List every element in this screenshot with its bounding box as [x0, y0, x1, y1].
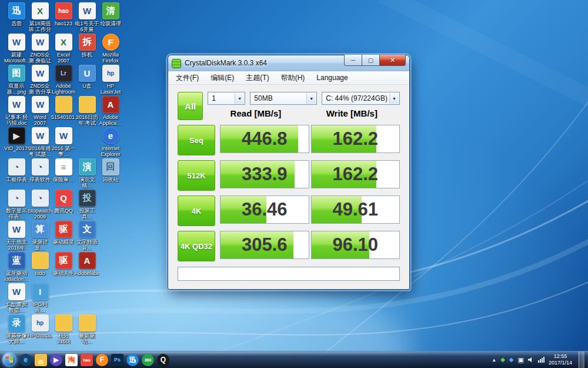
tray-expand-icon[interactable]: ▲ [492, 357, 496, 363]
desktop-icon[interactable]: ◔ 工银停表 [5, 158, 28, 183]
maximize-button[interactable]: ▢ [362, 55, 379, 66]
window-controls: ─ ▢ ✕ [344, 55, 406, 66]
test-button[interactable]: 4K QD32 [178, 231, 215, 261]
desktop-icon-label: 拆机 [75, 52, 99, 58]
title-bar[interactable]: CrystalDiskMark 3.0.3 x64 ─ ▢ ✕ [168, 55, 409, 71]
desktop-icon-glyph: W [79, 2, 96, 19]
desktop-icon[interactable]: W 新建 Microsoft… [5, 34, 28, 64]
desktop-icon[interactable]: hp HP LaserJet Pro M706… [99, 65, 122, 95]
desktop-icon[interactable]: 算 录屏计算… [28, 221, 52, 251]
desktop-icon-label: HPShotput… [28, 333, 52, 339]
desktop-icon[interactable]: 51540101… [52, 96, 75, 120]
desktop-icon[interactable]: W Word 2007 [28, 96, 52, 126]
read-result-value: 305.6 [242, 234, 288, 256]
desktop-icon[interactable]: A Adobelabe… [75, 252, 99, 276]
desktop-icon[interactable]: ◔ 数字显示 停表… [5, 190, 28, 220]
internet-explorer-taskbar-icon[interactable]: e [19, 354, 32, 366]
desktop-icon-label: 驱动人生 [51, 270, 76, 276]
desktop-icon[interactable]: 回 回收站 [99, 158, 122, 183]
show-desktop-button[interactable] [579, 352, 584, 368]
desktop-icon[interactable]: W 记事本 轻巧招.doc [5, 96, 28, 126]
monitor-icon[interactable]: ▣ [518, 357, 524, 363]
desktop-icon[interactable]: 投 投屏工具… [75, 190, 99, 220]
firefox-taskbar-icon[interactable]: F [96, 354, 108, 366]
desktop-icon[interactable]: 清 垃圾清理 [99, 2, 122, 26]
desktop-icon[interactable]: 拆 拆机 [75, 34, 99, 58]
desktop-icon[interactable]: W 电1号关于 6开展201… [75, 2, 99, 33]
network-icon[interactable] [538, 357, 544, 363]
desktop-icon-glyph: 驱 [55, 221, 72, 238]
desktop-icon[interactable]: hao hao123 [52, 2, 75, 26]
desktop-icon[interactable]: 最新驱动… [75, 314, 99, 344]
desktop-icon-glyph: 算 [32, 221, 49, 238]
close-button[interactable]: ✕ [379, 55, 406, 66]
volume-icon[interactable] [528, 357, 534, 363]
menu-help[interactable]: 帮助(H) [279, 72, 307, 84]
media-player-taskbar-icon[interactable]: ▶ [50, 354, 62, 366]
360-browser-taskbar-icon[interactable]: 360 [142, 354, 154, 366]
desktop-icon[interactable]: 迅 迅雷 [5, 2, 28, 26]
desktop-icon[interactable]: todo [28, 252, 52, 276]
desktop-icon[interactable]: 演 演示文稿… [75, 158, 99, 188]
minimize-button[interactable]: ─ [344, 55, 362, 66]
desktop-icon[interactable]: W 'E盘'量房 数据… [5, 283, 28, 313]
desktop-icon[interactable]: 积分 2x60j [52, 314, 75, 344]
test-count-dropdown[interactable]: 1 ▼ [208, 92, 245, 105]
desktop: 迅 迅雷 X 第18周值班 工作分工… hao hao123 W 电1号关于 6… [0, 0, 588, 368]
start-button[interactable] [2, 353, 16, 367]
menu-theme[interactable]: 主题(T) [244, 72, 270, 84]
write-result-value: 162.2 [332, 164, 378, 185]
benchmark-row: 4K 36.46 49.61 [178, 195, 400, 226]
test-button[interactable]: 512K [178, 160, 215, 191]
desktop-icon[interactable]: ▶ VID_20170… [5, 127, 28, 151]
desktop-icon[interactable]: ◔ 停表软件 [28, 158, 52, 183]
desktop-icon[interactable]: 2016日历年 考试 [75, 96, 99, 126]
run-all-button[interactable]: All [178, 92, 203, 120]
desktop-icon[interactable]: W 2016 第一季… [52, 127, 75, 157]
desktop-icon[interactable]: 蓝 蓝牙驱动 lodaclon… [5, 252, 28, 282]
photoshop-taskbar-icon[interactable]: Ps [111, 354, 123, 366]
desktop-icon[interactable]: W ZNDS众测 告分享登记… [28, 65, 52, 95]
read-result-cell: 36.46 [220, 195, 309, 224]
desktop-icon[interactable]: Lr Adobe Lightroom [52, 65, 75, 95]
clock[interactable]: 12:55 2017/1/14 [549, 353, 572, 366]
taobao-taskbar-icon[interactable]: 淘 [65, 354, 78, 366]
tray-app-icon[interactable]: ◆ [500, 357, 505, 363]
desktop-icon[interactable]: hp HPShotput… [28, 314, 52, 339]
menu-file[interactable]: 文件(F) [174, 72, 201, 84]
test-button[interactable]: 4K [178, 195, 215, 226]
desktop-icon[interactable]: W 2016年终考 试题… [28, 127, 52, 157]
desktop-icon[interactable]: W ZNDS众测 身临让营… [28, 34, 52, 64]
tray-app-icon[interactable]: ◆ [509, 357, 514, 363]
test-size-dropdown[interactable]: 50MB ▼ [250, 92, 317, 105]
menu-language[interactable]: Language [315, 73, 349, 82]
desktop-icon[interactable]: e Internet Explorer [99, 127, 122, 157]
desktop-icon[interactable]: 驱 驱动精灵 [52, 221, 75, 245]
desktop-icon[interactable]: 录 屏幕录像 大师… [5, 314, 28, 344]
qq-taskbar-icon[interactable]: Q [157, 354, 169, 366]
desktop-icon[interactable]: 文 文字转语音… [75, 221, 99, 251]
desktop-icon-label: 2016 第一季… [51, 145, 76, 157]
explorer-folder-taskbar-icon[interactable]: ▄ [35, 354, 47, 366]
comment-input[interactable] [178, 267, 400, 281]
desktop-icon[interactable]: F Mozilla Firefox [99, 34, 122, 64]
desktop-icon-label: 蓝牙驱动 lodaclon… [4, 270, 29, 282]
desktop-icon[interactable]: Q 腾讯QQ [52, 190, 75, 214]
desktop-icon-label: todo [28, 270, 52, 276]
menu-edit[interactable]: 编辑(E) [209, 72, 236, 84]
desktop-icon[interactable]: U U盘 [75, 65, 99, 89]
xunlei-taskbar-icon[interactable]: 迅 [126, 354, 139, 366]
write-result-value: 96.10 [332, 234, 378, 256]
desktop-icon[interactable]: ≡ 保险单… [52, 158, 75, 183]
desktop-icon[interactable]: ◔ Stopwatch 2009 [28, 190, 52, 220]
drive-dropdown[interactable]: C: 44% (97/224GB) ▼ [322, 92, 400, 105]
test-button[interactable]: Seq [178, 125, 215, 155]
desktop-icon[interactable]: A Adobe Applica… [99, 96, 122, 126]
desktop-icon[interactable]: X Excel 2007 [52, 34, 75, 64]
hao123-taskbar-icon[interactable]: hao [81, 354, 93, 366]
desktop-icon[interactable]: W 天干地支 2016年运… [5, 221, 28, 251]
desktop-icon[interactable]: 图 双显示器…png [5, 65, 28, 95]
desktop-icon[interactable]: 驱 驱动人生 [52, 252, 75, 276]
desktop-icon[interactable]: I IPO列表… [28, 283, 52, 313]
desktop-icon[interactable]: X 第18周值班 工作分工… [28, 2, 52, 33]
